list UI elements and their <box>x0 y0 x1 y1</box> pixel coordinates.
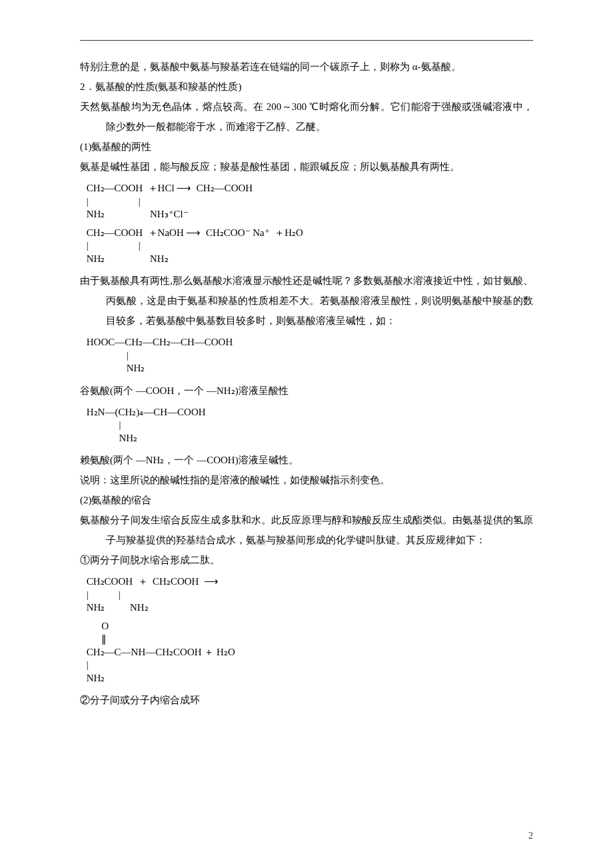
formula-glutamic-l3: NH₂ <box>84 363 145 373</box>
formula-naoh: CH₂—COOH ＋NaOH ⟶ CH₂COO⁻ Na⁺ ＋H₂O | | NH… <box>84 227 533 266</box>
page-container: 特别注意的是，氨基酸中氨基与羧基若连在链端的同一个碳原子上，则称为 α-氨基酸。… <box>0 0 613 868</box>
formula-lysine: H₂N—(CH₂)₄—CH—COOH | NH₂ <box>84 406 533 445</box>
para-ph-discussion: 由于氨基酸具有两性,那么氨基酸水溶液显示酸性还是碱性呢？多数氨基酸水溶液接近中性… <box>80 271 533 331</box>
formula-prod-l4: | <box>84 659 89 670</box>
formula-naoh-l1: CH₂—COOH ＋NaOH ⟶ CH₂COO⁻ Na⁺ ＋H₂O <box>84 227 303 238</box>
formula-glutamic: HOOC—CH₂—CH₂—CH—COOH | NH₂ <box>84 336 533 375</box>
para-explanation: 说明：这里所说的酸碱性指的是溶液的酸碱性，如使酸碱指示剂变色。 <box>80 470 533 490</box>
formula-dip-l3: NH₂ NH₂ <box>84 602 149 613</box>
formula-prod-l1: O <box>84 621 109 631</box>
formula-dip-l2: | | <box>84 589 121 600</box>
formula-lysine-l1: H₂N—(CH₂)₄—CH—COOH <box>84 407 206 417</box>
para-dipeptide-head: ①两分子间脱水缩合形成二肽。 <box>80 550 533 570</box>
formula-dipeptide-product: O ‖ CH₂—C—NH—CH₂COOH ＋ H₂O | NH₂ <box>84 620 533 685</box>
page-number: 2 <box>528 831 533 841</box>
formula-hcl-l3: NH₂ NH₃⁺Cl⁻ <box>84 209 189 219</box>
formula-dipeptide-reactants: CH₂COOH ＋ CH₂COOH ⟶ | | NH₂ NH₂ <box>84 575 533 615</box>
formula-hcl-l1: CH₂—COOH ＋HCl ⟶ CH₂—COOH <box>84 183 253 193</box>
formula-naoh-l2: | | <box>84 240 141 251</box>
formula-naoh-l3: NH₂ NH₂ <box>84 253 169 264</box>
heading-2: 2．氨基酸的性质(氨基和羧基的性质) <box>80 77 533 97</box>
top-rule <box>80 40 533 41</box>
formula-prod-l2: ‖ <box>84 633 107 644</box>
formula-lysine-l3: NH₂ <box>84 433 137 443</box>
formula-prod-l3: CH₂—C—NH—CH₂COOH ＋ H₂O <box>84 647 235 657</box>
para-lysine-note: 赖氨酸(两个 —NH₂，一个 —COOH)溶液呈碱性。 <box>80 450 533 470</box>
para-condensation: 氨基酸分子间发生缩合反应生成多肽和水。此反应原理与醇和羧酸反应生成酯类似。由氨基… <box>80 510 533 550</box>
heading-2-1: (1)氨基酸的两性 <box>80 137 533 157</box>
formula-dip-l1: CH₂COOH ＋ CH₂COOH ⟶ <box>84 576 219 587</box>
formula-prod-l5: NH₂ <box>84 673 105 683</box>
para-note-alpha: 特别注意的是，氨基酸中氨基与羧基若连在链端的同一个碳原子上，则称为 α-氨基酸。 <box>80 57 533 77</box>
para-cyclic-head: ②分子间或分子内缩合成环 <box>80 690 533 710</box>
formula-glutamic-l1: HOOC—CH₂—CH₂—CH—COOH <box>84 337 233 347</box>
formula-glutamic-l2: | <box>84 350 129 361</box>
formula-hcl-l2: | | <box>84 196 141 207</box>
formula-lysine-l2: | <box>84 419 121 430</box>
para-amphoteric: 氨基是碱性基团，能与酸反应；羧基是酸性基团，能跟碱反应；所以氨基酸具有两性。 <box>80 157 533 177</box>
heading-2-2: (2)氨基酸的缩合 <box>80 490 533 510</box>
para-glutamic-note: 谷氨酸(两个 —COOH，一个 —NH₂)溶液呈酸性 <box>80 381 533 401</box>
formula-hcl: CH₂—COOH ＋HCl ⟶ CH₂—COOH | | NH₂ NH₃⁺Cl⁻ <box>84 182 533 221</box>
para-solubility: 天然氨基酸均为无色晶体，熔点较高。在 200～300 ℃时熔化而分解。它们能溶于… <box>80 97 533 137</box>
